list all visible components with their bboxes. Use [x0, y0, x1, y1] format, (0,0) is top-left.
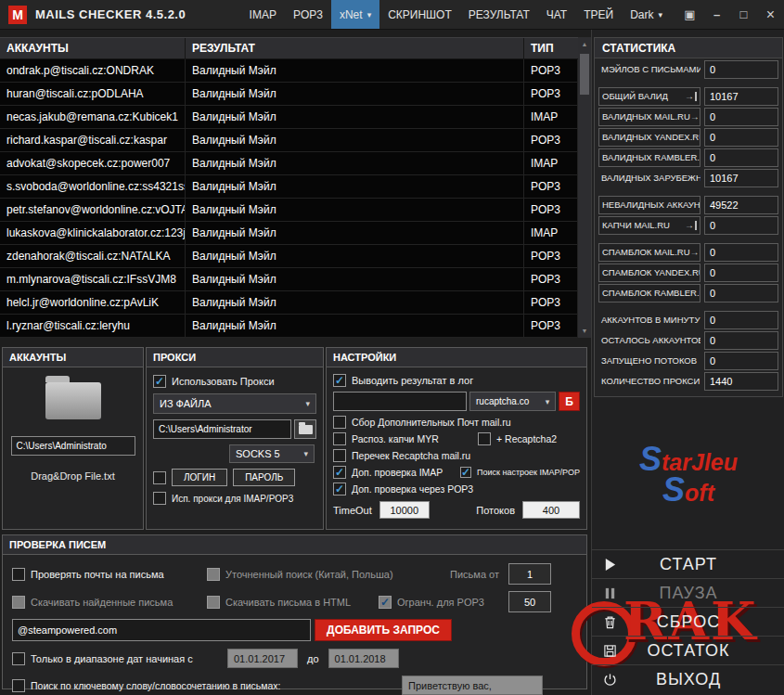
imap-extra-check-checkbox[interactable]	[333, 466, 346, 479]
table-row[interactable]: zdenahorak@tiscali.cz:NATALKA Валидный М…	[0, 245, 578, 268]
accounts-file-path[interactable]: C:\Users\Administrato	[11, 436, 135, 456]
pop3-extra-check-checkbox[interactable]	[333, 483, 346, 496]
collect-extra-mail-label: Сбор Дополнительных Почт mail.ru	[352, 417, 511, 428]
pause-button[interactable]: ПАУЗА	[592, 578, 784, 607]
keyword-input[interactable]: Приветствую вас,	[402, 676, 543, 695]
maximize-button[interactable]	[730, 0, 757, 29]
logo-line-2: Soft	[592, 476, 784, 507]
menu-item-pop3[interactable]: POP3	[285, 0, 331, 29]
type-cell: POP3	[524, 129, 578, 151]
recognize-captcha-checkbox[interactable]	[333, 432, 346, 445]
result-cell: Валидный Мэйл	[186, 291, 524, 314]
browse-proxy-file-button[interactable]	[294, 419, 316, 439]
use-proxy-checkbox[interactable]	[153, 375, 166, 388]
imap-settings-search-checkbox[interactable]	[460, 467, 471, 478]
recheck-recaptcha-checkbox[interactable]	[333, 449, 346, 462]
pop3-limit-input[interactable]	[508, 591, 551, 612]
letters-from-input[interactable]	[508, 563, 551, 585]
table-row[interactable]: necas.jakub@remana.cz:Kubicek1 Валидный …	[0, 106, 578, 129]
collect-extra-mail-checkbox[interactable]	[333, 416, 346, 429]
date-to-field[interactable]: 01.01.2018	[328, 649, 399, 668]
folder-drop-icon[interactable]	[45, 382, 101, 419]
table-scrollbar[interactable]: ▲ ▼	[578, 37, 591, 338]
stat-label: КАПЧИ MAIL.RU	[598, 216, 700, 235]
export-icon[interactable]	[690, 112, 700, 122]
result-cell: Валидный Мэйл	[186, 245, 524, 267]
menu-item-chat[interactable]: ЧАТ	[538, 0, 575, 29]
proxy-auth-checkbox[interactable]	[153, 471, 166, 484]
keyword-search-checkbox[interactable]	[12, 679, 25, 692]
captcha-balance-button[interactable]: Б	[559, 392, 580, 411]
column-header-type[interactable]: ТИП	[524, 38, 578, 58]
scroll-up-icon[interactable]: ▲	[582, 37, 588, 51]
threads-input[interactable]	[522, 501, 580, 519]
download-letters-label: Скачивать найденные письма	[31, 597, 207, 608]
stat-label: СПАМБЛОК RAMBLER.RU	[598, 284, 700, 302]
pop3-extra-check-label: Доп. проверка через POP3	[352, 483, 473, 495]
check-letters-checkbox[interactable]	[12, 568, 25, 581]
proxy-source-select[interactable]: ИЗ ФАЙЛА	[153, 393, 316, 414]
reset-button[interactable]: СБРОС	[592, 607, 784, 636]
close-button[interactable]	[757, 0, 784, 29]
proxy-login-button[interactable]: ЛОГИН	[172, 469, 227, 486]
menu-item-xnet[interactable]: xNet	[331, 0, 379, 29]
refined-search-checkbox[interactable]	[207, 568, 220, 581]
minimize-to-tray-button[interactable]	[676, 0, 703, 29]
scrollbar-thumb[interactable]	[580, 54, 589, 95]
stat-label: МЭЙЛОВ С ПИСЬМАМИ	[598, 60, 700, 79]
remainder-button[interactable]: ОСТАТОК	[592, 636, 784, 664]
add-query-button[interactable]: ДОБАВИТЬ ЗАПРОС	[315, 619, 452, 641]
proxy-type-select[interactable]: SOCKS 5	[229, 444, 315, 463]
export-icon[interactable]	[685, 221, 697, 230]
log-output-checkbox[interactable]	[333, 374, 346, 387]
table-row[interactable]: advokat@skopecek.cz:power007 Валидный Мэ…	[0, 152, 578, 175]
date-range-checkbox[interactable]	[12, 652, 25, 665]
theme-select[interactable]: Dark	[622, 0, 671, 29]
export-icon[interactable]	[690, 248, 700, 257]
table-row[interactable]: richard.kaspar@tiscali.cz:kaspar Валидны…	[0, 129, 578, 152]
captcha-key-input[interactable]	[333, 392, 467, 411]
exit-button[interactable]: ВЫХОД	[592, 664, 784, 693]
column-header-result[interactable]: РЕЗУЛЬТАТ	[186, 38, 524, 58]
result-cell: Валидный Мэйл	[186, 222, 524, 244]
proxy-path-input[interactable]	[153, 419, 291, 439]
column-header-accounts[interactable]: АККАУНТЫ	[0, 38, 186, 58]
proxy-panel-title: ПРОКСИ	[147, 348, 323, 367]
table-row[interactable]: ondrak.p@tiscali.cz:ONDRAK Валидный Мэйл…	[0, 59, 578, 83]
menu-item-imap[interactable]: IMAP	[241, 0, 285, 29]
account-cell: s.svoboda@worldonline.cz:ss4321ss	[0, 175, 186, 198]
download-letters-checkbox[interactable]	[12, 596, 25, 609]
window-controls	[676, 0, 784, 29]
result-cell: Валидный Мэйл	[186, 106, 524, 128]
menu-item-tray[interactable]: ТРЕЙ	[575, 0, 622, 29]
table-row[interactable]: m.mlynarova@tiscali.cz:IFssVJM8 Валидный…	[0, 268, 578, 291]
download-html-checkbox[interactable]	[207, 596, 220, 609]
stat-row: СПАМБЛОК YANDEX.RU 0	[598, 263, 778, 282]
menu-item-screenshot[interactable]: СКРИНШОТ	[379, 0, 460, 29]
action-buttons: СТАРТ ПАУЗА СБРОС ОСТАТОК ВЫХОД	[592, 549, 784, 693]
stat-label: КОЛИЧЕСТВО ПРОКСИ	[598, 372, 700, 391]
table-row[interactable]: s.svoboda@worldonline.cz:ss4321ss Валидн…	[0, 175, 578, 199]
captcha-service-select[interactable]: rucaptcha.co	[469, 392, 556, 411]
export-icon[interactable]	[685, 92, 697, 101]
type-cell: POP3	[524, 199, 578, 221]
recheck-recaptcha-label: Перечек Recaptcha mail.ru	[352, 450, 470, 461]
proxy-password-button[interactable]: ПАРОЛЬ	[233, 469, 295, 486]
scroll-down-icon[interactable]: ▼	[578, 324, 591, 338]
timeout-input[interactable]	[379, 501, 430, 519]
table-row[interactable]: helcl.jr@worldonline.cz:pAvLiK Валидный …	[0, 291, 578, 315]
table-row[interactable]: lukaskova@klinickalaborator.cz:123ji Вал…	[0, 222, 578, 245]
minimize-button[interactable]	[703, 0, 730, 29]
query-input[interactable]	[12, 619, 311, 641]
table-row[interactable]: petr.stefanov@worldonline.cz:vOJTA! Вали…	[0, 199, 578, 222]
result-cell: Валидный Мэйл	[186, 152, 524, 174]
pop3-limit-checkbox[interactable]	[379, 596, 392, 609]
table-row[interactable]: l.ryznar@tiscali.cz:leryhu Валидный Мэйл…	[0, 315, 578, 338]
date-from-field[interactable]: 01.01.2017	[227, 649, 298, 668]
menu-item-result[interactable]: РЕЗУЛЬТАТ	[460, 0, 538, 29]
proxy-for-imap-checkbox[interactable]	[153, 492, 166, 505]
recaptcha2-checkbox[interactable]	[478, 432, 491, 445]
start-button[interactable]: СТАРТ	[592, 549, 784, 578]
account-cell: ondrak.p@tiscali.cz:ONDRAK	[0, 59, 186, 82]
table-row[interactable]: huran@tiscali.cz:pODLAHA Валидный Мэйл P…	[0, 83, 578, 106]
